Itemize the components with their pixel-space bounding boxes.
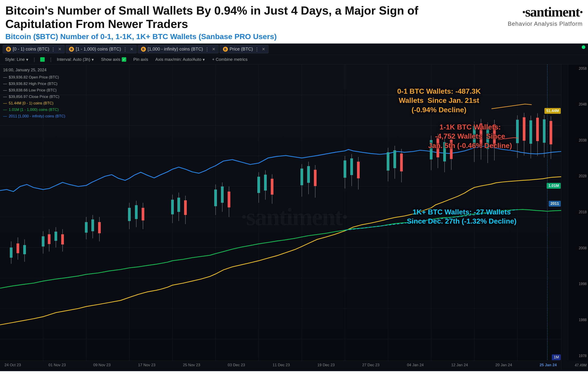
price-label-6: 1998 xyxy=(569,282,587,286)
main-title: Bitcoin's Number of Small Wallets By 0.9… xyxy=(5,4,430,31)
combine-metrics-btn[interactable]: + Combine metrics xyxy=(210,56,249,63)
tab-dot-1: B xyxy=(69,47,74,52)
svg-rect-38 xyxy=(85,222,87,232)
svg-rect-64 xyxy=(264,175,267,190)
date-nov17: 17 Nov 23 xyxy=(138,363,155,367)
svg-rect-106 xyxy=(529,120,532,144)
price-label-3: 2028 xyxy=(569,174,587,178)
brand-logo: ·santiment· xyxy=(522,4,583,20)
tab-1k-inf[interactable]: B [1,000 - infinity) coins (BTC) ⋮ ✕ xyxy=(138,45,219,53)
price-label-4: 2018 xyxy=(569,210,587,214)
svg-rect-96 xyxy=(480,123,482,145)
price-label-8: 1978 xyxy=(569,354,587,358)
tab-label-2: [1,000 - infinity) coins (BTC) xyxy=(148,46,203,52)
svg-rect-44 xyxy=(128,208,131,221)
svg-rect-34 xyxy=(55,232,57,241)
date-dec03: 03 Dec 23 xyxy=(228,363,245,367)
svg-rect-74 xyxy=(344,160,346,178)
price-label-1: 2048 xyxy=(569,102,587,106)
svg-rect-68 xyxy=(300,169,303,185)
style-chevron: ▾ xyxy=(26,57,28,62)
svg-rect-42 xyxy=(98,222,101,233)
bottom-axis: 24 Oct 23 01 Nov 23 09 Nov 23 17 Nov 23 … xyxy=(0,361,561,370)
date-nov25: 25 Nov 23 xyxy=(183,363,200,367)
svg-rect-108 xyxy=(536,118,539,141)
badge-yellow: 51.44M xyxy=(545,108,561,114)
svg-rect-100 xyxy=(493,124,496,146)
svg-rect-54 xyxy=(184,200,187,215)
tab-options-1[interactable]: ⋮ xyxy=(123,46,127,52)
svg-rect-48 xyxy=(142,208,144,220)
header: Bitcoin's Number of Small Wallets By 0.9… xyxy=(0,0,588,44)
svg-rect-80 xyxy=(387,152,389,171)
svg-rect-62 xyxy=(257,177,260,193)
interval-dropdown[interactable]: Interval: Auto (3h) ▾ xyxy=(55,56,96,63)
date-jan25: 25 Jan 24 xyxy=(540,363,557,367)
svg-rect-78 xyxy=(357,162,360,179)
tab-label-3: Price (BTC) xyxy=(230,46,253,52)
svg-rect-72 xyxy=(314,170,316,186)
svg-rect-76 xyxy=(350,158,353,175)
tab-dot-0: B xyxy=(6,47,11,52)
price-label-5: 2008 xyxy=(569,246,587,250)
svg-rect-90 xyxy=(443,142,446,161)
svg-rect-82 xyxy=(393,150,396,168)
svg-rect-24 xyxy=(10,248,13,258)
chart-svg[interactable] xyxy=(0,64,561,370)
color-swatch[interactable] xyxy=(39,56,46,63)
tab-options-0[interactable]: ⋮ xyxy=(51,46,55,52)
tab-close-1[interactable]: ✕ xyxy=(130,47,133,52)
svg-rect-70 xyxy=(307,166,310,183)
svg-rect-94 xyxy=(473,126,476,148)
brand-sub: Behavior Analysis Platform xyxy=(508,20,583,27)
show-axis-toggle[interactable]: Show axis ✓ xyxy=(99,56,128,63)
tab-options-2[interactable]: ⋮ xyxy=(205,46,209,52)
date-jan20: 20 Jan 24 xyxy=(495,363,512,367)
style-dropdown[interactable]: Style: Line ▾ xyxy=(3,56,30,63)
price-label-7: 1988 xyxy=(569,318,587,322)
tabs-bar: B [0 - 1) coins (BTC) ⋮ ✕ B [1 - 1,000) … xyxy=(0,44,588,55)
svg-rect-36 xyxy=(61,234,64,244)
svg-rect-28 xyxy=(23,245,26,254)
interval-chevron: ▾ xyxy=(92,57,94,62)
tab-close-2[interactable]: ✕ xyxy=(212,47,215,52)
svg-rect-40 xyxy=(91,219,94,231)
color-swatch-box xyxy=(40,57,45,62)
svg-rect-60 xyxy=(228,191,230,207)
date-nov01: 01 Nov 23 xyxy=(48,363,66,367)
tab-0-1[interactable]: B [0 - 1) coins (BTC) ⋮ ✕ xyxy=(3,45,65,53)
tab-close-3[interactable]: ✕ xyxy=(262,47,265,52)
show-axis-label: Show axis xyxy=(101,57,120,62)
svg-rect-84 xyxy=(400,153,403,171)
chart-main: ·santiment· 16:00, January 25, 2024 — $3… xyxy=(0,64,588,370)
svg-rect-52 xyxy=(177,198,180,212)
combine-label: + Combine metrics xyxy=(212,57,248,62)
date-dec11: 11 Dec 23 xyxy=(273,363,290,367)
axis-chevron: ▾ xyxy=(203,57,205,62)
tab-label-0: [0 - 1) coins (BTC) xyxy=(13,46,49,52)
badge-1m: 1M xyxy=(552,354,561,360)
svg-rect-46 xyxy=(135,205,138,219)
date-jan04: 04 Jan 24 xyxy=(407,363,424,367)
svg-rect-110 xyxy=(543,119,546,143)
chart-container: B [0 - 1) coins (BTC) ⋮ ✕ B [1 - 1,000) … xyxy=(0,44,588,371)
tab-options-3[interactable]: ⋮ xyxy=(255,46,259,52)
badge-green: 1.01M xyxy=(547,183,561,189)
axis-minmax[interactable]: Axis max/min: Auto/Auto ▾ xyxy=(153,56,207,63)
tab-close-0[interactable]: ✕ xyxy=(58,47,62,52)
header-left: Bitcoin's Number of Small Wallets By 0.9… xyxy=(5,4,466,41)
svg-rect-30 xyxy=(42,236,44,247)
pin-axis-btn[interactable]: Pin axis xyxy=(132,56,150,63)
svg-rect-26 xyxy=(17,243,19,253)
svg-rect-104 xyxy=(523,117,525,141)
svg-rect-112 xyxy=(549,121,552,144)
date-nov09: 09 Nov 23 xyxy=(93,363,111,367)
pin-axis-label: Pin axis xyxy=(133,57,148,62)
tab-1-1k[interactable]: B [1 - 1,000) coins (BTC) ⋮ ✕ xyxy=(66,45,136,53)
svg-rect-92 xyxy=(450,139,453,159)
svg-rect-32 xyxy=(48,234,50,244)
date-dec27: 27 Dec 23 xyxy=(362,363,379,367)
show-axis-checkbox[interactable]: ✓ xyxy=(122,57,126,62)
tab-price[interactable]: B Price (BTC) ⋮ ✕ xyxy=(220,45,269,53)
header-right: ·santiment· Behavior Analysis Platform xyxy=(466,4,583,27)
